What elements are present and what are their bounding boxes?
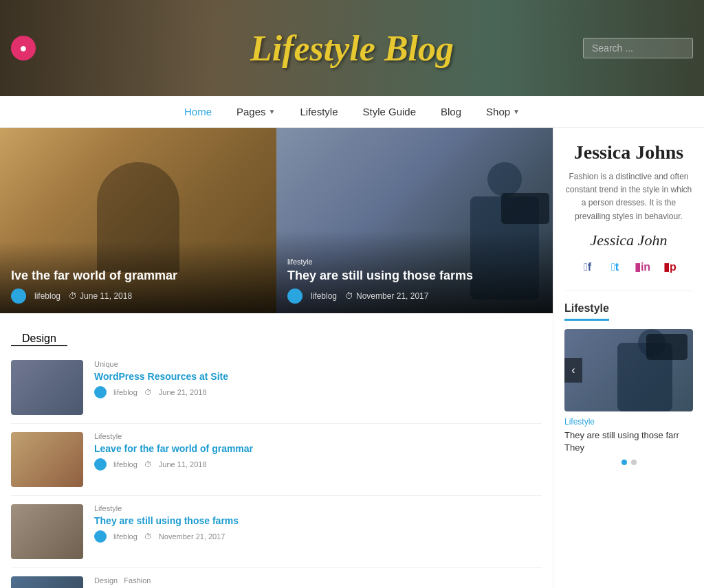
- instagram-social-icon[interactable]: ▮: [633, 258, 652, 277]
- search-area: [583, 38, 693, 58]
- card-thumb-2: [11, 432, 83, 487]
- nav-shop[interactable]: Shop ▼: [486, 106, 520, 117]
- featured-left-title: Ive the far world of grammar: [11, 269, 265, 283]
- nav-blog[interactable]: Blog: [441, 106, 461, 117]
- card-row-4: Design Fashion Sport is winning that wor…: [11, 568, 542, 588]
- featured-left-author: lifeblog: [34, 291, 60, 301]
- sidebar-section-title: Lifestyle: [564, 302, 609, 321]
- card-thumb-3: [11, 504, 83, 559]
- card-thumb-4: [11, 576, 83, 588]
- card-meta-3: lifeblog ⏱ November 21, 2017: [94, 530, 542, 543]
- card-thumb-1: [11, 360, 83, 415]
- card-title-2[interactable]: Leave for the far world of grammar: [94, 443, 542, 454]
- author-signature: Jessica John: [564, 231, 693, 249]
- pages-arrow: ▼: [269, 108, 276, 115]
- card-info-2: Lifestyle Leave for the far world of gra…: [94, 432, 542, 487]
- card-avatar-2: [94, 458, 107, 471]
- instagram-button[interactable]: ●: [11, 36, 36, 60]
- card-row-2: Lifestyle Leave for the far world of gra…: [11, 424, 542, 496]
- card-title-1[interactable]: WordPress Resources at Site: [94, 371, 542, 382]
- card-date-1: June 21, 2018: [159, 388, 207, 396]
- sidebar-prev-button[interactable]: ‹: [564, 358, 582, 383]
- shop-arrow: ▼: [513, 108, 520, 115]
- instagram-icon: ●: [20, 41, 28, 56]
- card-category-1: Unique: [94, 360, 542, 368]
- dot-2[interactable]: [631, 460, 637, 465]
- featured-right-date: ⏱ November 21, 2017: [345, 291, 428, 301]
- nav-lifestyle[interactable]: Lifestyle: [300, 106, 338, 117]
- featured-left-meta: lifeblog ⏱ June 11, 2018: [11, 289, 265, 304]
- featured-right-title: They are still using those farms: [287, 269, 542, 283]
- card-category-3: Lifestyle: [94, 504, 542, 512]
- card-row-3: Lifestyle They are still using those far…: [11, 496, 542, 568]
- featured-right-author: lifeblog: [311, 291, 337, 301]
- card-category-2: Lifestyle: [94, 432, 542, 440]
- dot-1[interactable]: [622, 460, 627, 465]
- card-title-3[interactable]: They are still using those farms: [94, 515, 542, 526]
- card-author-1: lifeblog: [113, 388, 138, 396]
- clock-icon-c2: ⏱: [144, 460, 152, 468]
- card-meta-1: lifeblog ⏱ June 21, 2018: [94, 386, 542, 398]
- featured-right[interactable]: lifestyle They are still using those far…: [276, 128, 553, 313]
- card-avatar-3: [94, 530, 107, 543]
- featured-left-date: ⏱ June 11, 2018: [69, 291, 132, 301]
- card-category-4: Design Fashion: [94, 576, 542, 585]
- card-info-1: Unique WordPress Resources at Site lifeb…: [94, 360, 542, 415]
- content-area: Ive the far world of grammar lifeblog ⏱ …: [0, 128, 553, 588]
- twitter-icon[interactable]: : [606, 258, 625, 277]
- nav-pages[interactable]: Pages ▼: [236, 106, 275, 117]
- sidebar-post-category: Lifestyle: [564, 417, 693, 427]
- card-avatar-1: [94, 386, 107, 398]
- author-name: Jessica Johns: [564, 142, 693, 163]
- featured-left[interactable]: Ive the far world of grammar lifeblog ⏱ …: [0, 128, 276, 313]
- sidebar-lifestyle-section: Lifestyle ‹ Lifestyle They are still usi…: [564, 302, 693, 465]
- featured-grid: Ive the far world of grammar lifeblog ⏱ …: [0, 128, 553, 313]
- main-nav: Home Pages ▼ Lifestyle Style Guide Blog …: [0, 96, 704, 128]
- section-header: Design: [0, 313, 553, 346]
- section-label: Design: [11, 321, 67, 346]
- search-input[interactable]: [583, 38, 693, 58]
- card-meta-2: lifeblog ⏱ June 11, 2018: [94, 458, 542, 471]
- featured-right-avatar: [287, 289, 302, 304]
- featured-right-category: lifestyle: [287, 258, 542, 266]
- site-header: ● Lifestyle Blog: [0, 0, 704, 96]
- clock-icon-2: ⏱: [345, 291, 353, 301]
- featured-left-avatar: [11, 289, 26, 304]
- pinterest-icon[interactable]: ▮: [661, 258, 680, 277]
- card-info-3: Lifestyle They are still using those far…: [94, 504, 542, 559]
- card-author-3: lifeblog: [113, 532, 138, 541]
- card-date-2: June 11, 2018: [159, 460, 207, 468]
- author-bio: Fashion is a distinctive and often const…: [564, 170, 693, 223]
- facebook-icon[interactable]: : [578, 258, 597, 277]
- nav-home[interactable]: Home: [184, 106, 212, 117]
- card-date-3: November 21, 2017: [159, 532, 226, 541]
- clock-icon-c1: ⏱: [144, 388, 152, 396]
- clock-icon: ⏱: [69, 291, 77, 301]
- card-row: Unique WordPress Resources at Site lifeb…: [11, 352, 542, 424]
- clock-icon-c3: ⏱: [144, 532, 152, 541]
- card-info-4: Design Fashion Sport is winning that wor…: [94, 576, 542, 588]
- site-title: Lifestyle Blog: [250, 28, 454, 69]
- nav-style-guide[interactable]: Style Guide: [362, 106, 416, 117]
- card-author-2: lifeblog: [113, 460, 138, 468]
- carousel-dots: [564, 460, 693, 465]
- sidebar-author: Jessica Johns Fashion is a distinctive a…: [564, 142, 693, 291]
- main-layout: Ive the far world of grammar lifeblog ⏱ …: [0, 128, 704, 588]
- card-grid: Unique WordPress Resources at Site lifeb…: [0, 346, 553, 588]
- sidebar-featured-image: ‹: [564, 329, 693, 411]
- featured-right-meta: lifeblog ⏱ November 21, 2017: [287, 289, 542, 304]
- social-links:   ▮ ▮: [564, 258, 693, 277]
- sidebar-post-title: They are still using those farr They: [564, 429, 693, 454]
- sidebar: Jessica Johns Fashion is a distinctive a…: [553, 128, 704, 588]
